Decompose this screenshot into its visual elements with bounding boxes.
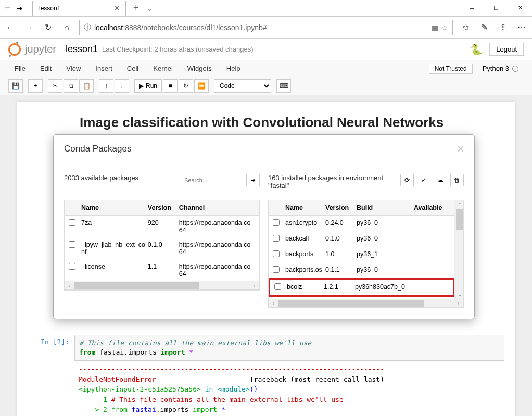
copy-button[interactable]: ⧉ <box>64 79 78 93</box>
col-available[interactable]: Available <box>414 204 450 211</box>
pkg-name: backcall <box>285 235 325 242</box>
modal-header: Conda Packages × <box>54 135 474 163</box>
trust-button[interactable]: Not Trusted <box>429 64 473 74</box>
jupyter-logo[interactable]: jupyter <box>8 43 56 56</box>
row-checkbox[interactable] <box>69 219 75 226</box>
refresh-button[interactable]: ↻ <box>42 21 54 34</box>
new-tab-icon[interactable]: + <box>133 3 139 14</box>
menu-cell[interactable]: Cell <box>121 62 145 74</box>
forward-button[interactable]: → <box>23 21 35 34</box>
code-cell[interactable]: In [2]: # This file contains all the mai… <box>17 333 515 416</box>
table-row[interactable]: _ipyw_jlab_nb_ext_conf 0.1.0 https://rep… <box>65 237 259 259</box>
code-output: ----------------------------------------… <box>74 361 504 416</box>
notes-icon[interactable]: ✎ <box>478 22 490 32</box>
table-row[interactable]: backports.os 0.1.1 py36_0 <box>269 262 454 278</box>
menu-file[interactable]: File <box>8 62 32 74</box>
notebook-title: Image classification with Convolutional … <box>80 115 452 131</box>
toolbar: 💾 + ✂ ⧉ 📋 ↑ ↓ ▶ Run ■ ↻ ⏩ Code ⌨ <box>0 77 532 95</box>
col-version[interactable]: Version <box>148 204 179 211</box>
pkg-build: py36h830ac7b_0 <box>355 283 412 291</box>
table-row[interactable]: 7za 920 https://repo.anaconda.co 64 <box>65 216 259 237</box>
pkg-build: py36_0 <box>357 219 414 226</box>
code-input[interactable]: # This file contains all the main extern… <box>74 335 504 361</box>
conda-packages-modal: Conda Packages × 2033 available packages… <box>53 134 475 319</box>
kernel-indicator[interactable]: Python 3 <box>477 64 524 73</box>
search-input[interactable] <box>181 174 243 186</box>
modal-title: Conda Packages <box>64 144 131 154</box>
pkg-build: py36_1 <box>357 250 414 258</box>
table-row[interactable]: _license 1.1 https://repo.anaconda.co 64 <box>65 259 259 281</box>
notebook-name[interactable]: lesson1 <box>66 44 98 55</box>
install-button[interactable]: ➜ <box>246 174 260 186</box>
table-row[interactable]: backcall 0.1.0 py36_0 <box>269 231 454 247</box>
modal-close-icon[interactable]: × <box>457 142 464 156</box>
row-checkbox[interactable] <box>69 241 75 248</box>
row-checkbox[interactable] <box>273 266 280 273</box>
favorites-hub-icon[interactable]: ✩ <box>459 22 472 32</box>
url-text: localhost:8888/notebooks/courses/dl1/les… <box>94 23 428 32</box>
col-version[interactable]: Version <box>325 204 357 211</box>
tab-chevron-icon[interactable]: ⌄ <box>146 4 153 12</box>
home-button[interactable]: ⌂ <box>60 21 73 34</box>
minimize-button[interactable]: ─ <box>460 0 484 17</box>
reader-icon[interactable]: ▥ <box>432 23 438 32</box>
col-name[interactable]: Name <box>285 204 325 211</box>
remove-button[interactable]: 🗑 <box>450 174 464 186</box>
browser-tab[interactable]: lesson1 × <box>32 1 126 16</box>
refresh-pkg-button[interactable]: ⟳ <box>400 174 414 186</box>
menu-help[interactable]: Help <box>220 62 247 74</box>
run-button[interactable]: ▶ Run <box>134 79 162 93</box>
pkg-name: _license <box>81 263 148 270</box>
table-row[interactable]: backports 1.0 py36_1 <box>269 247 454 262</box>
close-button[interactable]: ✕ <box>508 0 532 17</box>
update-button[interactable]: ☁ <box>434 174 447 186</box>
menu-insert[interactable]: Insert <box>89 62 119 74</box>
row-checkbox[interactable] <box>274 283 281 290</box>
fast-forward-button[interactable]: ⏩ <box>194 79 209 93</box>
hscrollbar[interactable]: ‹ › <box>65 281 259 290</box>
row-checkbox[interactable] <box>273 235 280 242</box>
menu-view[interactable]: View <box>60 62 87 74</box>
move-up-button[interactable]: ↑ <box>99 79 113 93</box>
table-row[interactable]: asn1crypto 0.24.0 py36_0 <box>269 216 454 231</box>
share-icon[interactable]: ⇪ <box>497 22 509 32</box>
tab-aside-icon[interactable]: ⇥ <box>16 4 24 12</box>
menubar: File Edit View Insert Cell Kernel Widget… <box>0 60 532 77</box>
col-name[interactable]: Name <box>81 204 148 211</box>
paste-button[interactable]: 📋 <box>79 79 94 93</box>
available-count: 2033 available packages <box>64 174 178 182</box>
restart-button[interactable]: ↻ <box>179 79 193 93</box>
row-checkbox[interactable] <box>273 250 280 257</box>
maximize-button[interactable]: ☐ <box>484 0 508 17</box>
cut-button[interactable]: ✂ <box>48 79 62 93</box>
row-checkbox[interactable] <box>69 263 75 270</box>
table-row[interactable]: bcolz 1.2.1 py36h830ac7b_0 <box>269 278 454 297</box>
hscrollbar[interactable]: ‹ › <box>269 299 463 308</box>
tab-close-icon[interactable]: × <box>115 4 119 13</box>
col-channel[interactable]: Channel <box>179 204 255 211</box>
command-palette-button[interactable]: ⌨ <box>276 79 291 93</box>
menu-kernel[interactable]: Kernel <box>147 62 179 74</box>
col-build[interactable]: Build <box>357 204 414 211</box>
pkg-version: 0.1.0 <box>148 241 179 248</box>
url-input[interactable]: ⓘ localhost:8888/notebooks/courses/dl1/l… <box>79 20 453 35</box>
vscrollbar[interactable]: ⌃ ⌄ <box>454 200 463 299</box>
more-icon[interactable]: ⋯ <box>515 22 528 32</box>
move-down-button[interactable]: ↓ <box>115 79 129 93</box>
back-button[interactable]: ← <box>4 21 17 34</box>
cell-type-select[interactable]: Code <box>214 79 271 93</box>
row-checkbox[interactable] <box>273 219 280 226</box>
info-icon[interactable]: ⓘ <box>84 23 91 32</box>
browser-titlebar: ▭ ⇥ lesson1 × + ⌄ ─ ☐ ✕ <box>0 0 532 17</box>
favorite-icon[interactable]: ☆ <box>441 23 448 32</box>
menu-edit[interactable]: Edit <box>34 62 58 74</box>
stop-button[interactable]: ■ <box>163 79 178 93</box>
save-button[interactable]: 💾 <box>8 79 23 93</box>
check-updates-button[interactable]: ✓ <box>417 174 430 186</box>
tabs-icon[interactable]: ▭ <box>3 4 11 12</box>
python-icon: 🐍 <box>470 43 483 56</box>
logout-button[interactable]: Logout <box>489 43 524 56</box>
markdown-cell[interactable]: Image classification with Convolutional … <box>17 110 515 135</box>
add-cell-button[interactable]: + <box>28 79 43 93</box>
menu-widgets[interactable]: Widgets <box>181 62 218 74</box>
